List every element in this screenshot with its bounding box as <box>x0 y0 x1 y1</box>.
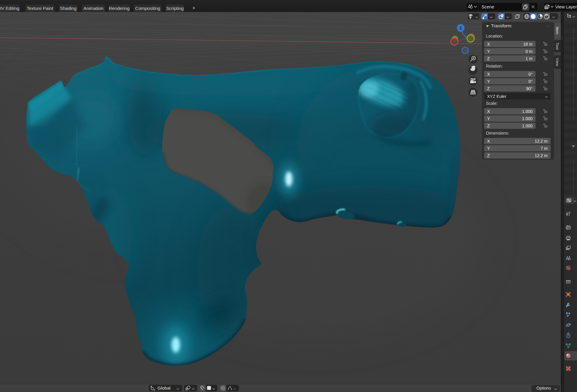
svg-text:Z: Z <box>459 26 462 30</box>
